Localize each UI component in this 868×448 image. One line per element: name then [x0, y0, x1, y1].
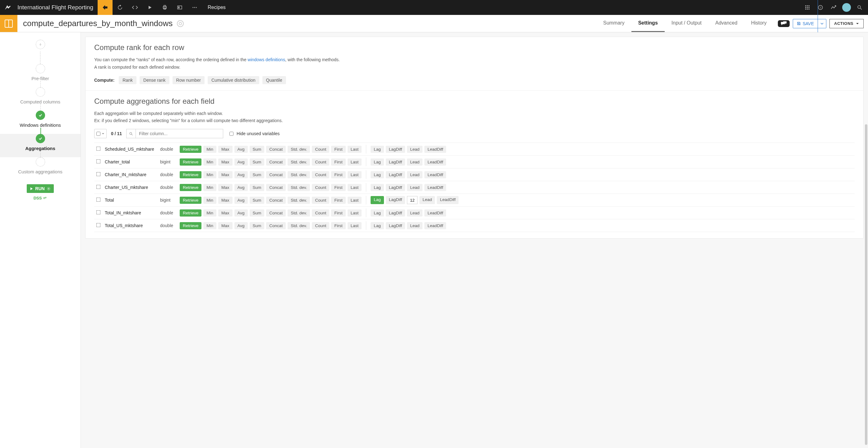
row-checkbox[interactable] [96, 172, 100, 177]
agg-lead[interactable]: Lead [407, 146, 423, 153]
activity-icon[interactable] [827, 0, 840, 15]
agg-lag[interactable]: Lag [371, 222, 384, 229]
agg-retrieve[interactable]: Retrieve [180, 171, 202, 178]
agg-avg[interactable]: Avg [235, 222, 248, 229]
agg-avg[interactable]: Avg [235, 197, 248, 204]
row-checkbox[interactable] [96, 210, 100, 215]
agg-concat[interactable]: Concat [266, 197, 286, 204]
agg-lagdiff[interactable]: LagDiff [386, 171, 405, 178]
rank-method-quantile[interactable]: Quantile [262, 76, 286, 84]
step-custom-aggregations[interactable]: Custom aggregations [0, 157, 81, 181]
agg-lag[interactable]: Lag [371, 171, 384, 178]
agg-retrieve[interactable]: Retrieve [180, 210, 202, 217]
user-avatar[interactable] [840, 0, 853, 15]
agg-stddev[interactable]: Std. dev. [287, 222, 310, 229]
select-all-checkbox[interactable] [96, 132, 100, 136]
tab-advanced[interactable]: Advanced [709, 15, 744, 32]
agg-retrieve[interactable]: Retrieve [180, 158, 202, 166]
agg-sum[interactable]: Sum [250, 222, 265, 229]
agg-leaddiff[interactable]: LeadDiff [424, 171, 446, 178]
agg-lagdiff[interactable]: LagDiff [386, 210, 405, 217]
engine-link[interactable]: DSS [34, 196, 47, 200]
agg-min[interactable]: Min [203, 197, 216, 204]
agg-avg[interactable]: Avg [235, 210, 248, 217]
agg-min[interactable]: Min [203, 210, 216, 217]
agg-stddev[interactable]: Std. dev. [287, 171, 310, 178]
agg-stddev[interactable]: Std. dev. [287, 146, 310, 153]
agg-lead[interactable]: Lead [420, 196, 435, 204]
flow-icon[interactable] [98, 0, 113, 15]
agg-sum[interactable]: Sum [250, 158, 265, 166]
agg-min[interactable]: Min [203, 171, 216, 178]
agg-first[interactable]: First [331, 146, 345, 153]
rank-method-dense-rank[interactable]: Dense rank [140, 76, 169, 84]
agg-lead[interactable]: Lead [407, 171, 423, 178]
agg-first[interactable]: First [331, 197, 345, 204]
agg-retrieve[interactable]: Retrieve [180, 146, 202, 153]
agg-lead[interactable]: Lead [407, 210, 423, 217]
tab-io[interactable]: Input / Output [665, 15, 709, 32]
agg-lagdiff[interactable]: LagDiff [386, 184, 405, 191]
agg-leaddiff[interactable]: LeadDiff [424, 210, 446, 217]
agg-max[interactable]: Max [218, 210, 232, 217]
row-checkbox[interactable] [96, 147, 100, 151]
scrollbar[interactable] [865, 124, 867, 445]
agg-avg[interactable]: Avg [235, 171, 248, 178]
tab-summary[interactable]: Summary [596, 15, 631, 32]
agg-concat[interactable]: Concat [266, 222, 286, 229]
row-checkbox[interactable] [96, 185, 100, 189]
agg-lead[interactable]: Lead [407, 184, 423, 191]
agg-avg[interactable]: Avg [235, 184, 248, 191]
agg-stddev[interactable]: Std. dev. [287, 210, 310, 217]
discussions-icon[interactable] [778, 20, 789, 27]
agg-count[interactable]: Count [312, 197, 329, 204]
cycle-icon[interactable] [113, 0, 127, 15]
actions-button[interactable]: ACTIONS [830, 19, 864, 28]
row-checkbox[interactable] [96, 223, 100, 227]
agg-lagdiff[interactable]: LagDiff [386, 196, 405, 204]
agg-retrieve[interactable]: Retrieve [180, 222, 202, 229]
step-prefilter[interactable]: Pre-filter [0, 40, 81, 87]
agg-lag[interactable]: Lag [371, 196, 384, 204]
agg-last[interactable]: Last [348, 222, 362, 229]
agg-min[interactable]: Min [203, 158, 216, 166]
agg-max[interactable]: Max [218, 171, 232, 178]
agg-sum[interactable]: Sum [250, 197, 265, 204]
agg-stddev[interactable]: Std. dev. [287, 158, 310, 166]
agg-lag[interactable]: Lag [371, 184, 384, 191]
code-icon[interactable] [127, 0, 143, 15]
agg-min[interactable]: Min [203, 146, 216, 153]
agg-last[interactable]: Last [348, 184, 362, 191]
agg-max[interactable]: Max [218, 184, 232, 191]
agg-max[interactable]: Max [218, 197, 232, 204]
rank-method-cume-dist[interactable]: Cumulative distribution [208, 76, 259, 84]
save-caret-icon[interactable] [818, 19, 826, 28]
agg-lead[interactable]: Lead [407, 158, 423, 166]
hide-unused-checkbox[interactable] [229, 132, 234, 136]
print-icon[interactable] [157, 0, 172, 15]
dashboard-icon[interactable] [172, 0, 187, 15]
agg-lagdiff[interactable]: LagDiff [386, 146, 405, 153]
agg-count[interactable]: Count [312, 146, 329, 153]
target-icon[interactable] [177, 20, 184, 27]
agg-lead[interactable]: Lead [407, 222, 423, 229]
agg-retrieve[interactable]: Retrieve [180, 197, 202, 204]
agg-lagdiff[interactable]: LagDiff [386, 222, 405, 229]
agg-lag[interactable]: Lag [371, 146, 384, 153]
agg-count[interactable]: Count [312, 158, 329, 166]
row-checkbox[interactable] [96, 159, 100, 164]
more-icon[interactable] [187, 0, 202, 15]
agg-avg[interactable]: Avg [235, 158, 248, 166]
agg-min[interactable]: Min [203, 184, 216, 191]
agg-count[interactable]: Count [312, 171, 329, 178]
agg-last[interactable]: Last [348, 146, 362, 153]
rank-method-row-number[interactable]: Row number [173, 76, 205, 84]
row-checkbox[interactable] [96, 198, 100, 202]
agg-max[interactable]: Max [218, 146, 232, 153]
agg-first[interactable]: First [331, 210, 345, 217]
agg-last[interactable]: Last [348, 171, 362, 178]
agg-min[interactable]: Min [203, 222, 216, 229]
agg-retrieve[interactable]: Retrieve [180, 184, 202, 191]
save-button[interactable]: SAVE [793, 19, 826, 28]
agg-sum[interactable]: Sum [250, 171, 265, 178]
